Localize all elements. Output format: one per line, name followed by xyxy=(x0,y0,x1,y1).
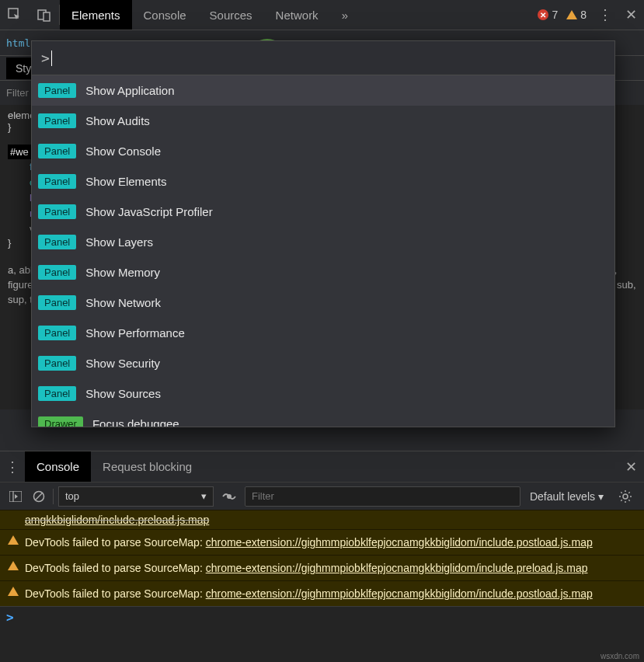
palette-item-label: Show Sources xyxy=(85,387,161,400)
svg-rect-2 xyxy=(44,12,50,21)
palette-category-pill: Drawer xyxy=(38,416,83,427)
palette-category-pill: Panel xyxy=(38,144,76,159)
palette-item[interactable]: PanelShow Layers xyxy=(32,227,614,257)
levels-value: Default levels xyxy=(530,490,595,503)
drawer-tab-request-blocking[interactable]: Request blocking xyxy=(91,451,204,482)
sourcemap-link[interactable]: chrome-extension://gighmmpiobklfepjocnam… xyxy=(206,536,593,549)
console-sidebar-toggle-icon[interactable] xyxy=(6,491,25,502)
console-settings-icon[interactable] xyxy=(613,490,638,503)
tab-console[interactable]: Console xyxy=(132,0,198,30)
palette-item[interactable]: PanelShow Network xyxy=(32,287,614,318)
palette-item[interactable]: PanelShow JavaScript Profiler xyxy=(32,197,614,227)
error-count-value: 7 xyxy=(552,9,558,21)
palette-item-label: Show Application xyxy=(85,84,174,97)
sourcemap-link[interactable]: amgkkbiglidom/include.preload.js.map xyxy=(25,514,209,526)
palette-item[interactable]: PanelShow Console xyxy=(32,136,614,166)
palette-category-pill: Panel xyxy=(38,386,76,401)
tab-network[interactable]: Network xyxy=(264,0,330,30)
sourcemap-link[interactable]: chrome-extension://gighmmpiobklfepjocnam… xyxy=(206,562,588,574)
svg-point-8 xyxy=(623,494,628,499)
error-count[interactable]: ✕ 7 xyxy=(534,9,561,21)
warning-icon xyxy=(566,10,577,19)
palette-item[interactable]: PanelShow Elements xyxy=(32,166,614,197)
warning-icon xyxy=(8,561,19,570)
drawer-menu[interactable]: ⋮ xyxy=(0,451,25,482)
palette-item-label: Focus debuggee xyxy=(92,417,179,427)
sourcemap-link[interactable]: chrome-extension://gighmmpiobklfepjocnam… xyxy=(206,587,593,600)
command-palette-list: PanelShow ApplicationPanelShow AuditsPan… xyxy=(32,75,614,427)
log-levels-select[interactable]: Default levels ▾ xyxy=(525,490,608,503)
drawer-tab-console[interactable]: Console xyxy=(25,451,91,482)
palette-item[interactable]: PanelShow Audits xyxy=(32,106,614,136)
tab-sources[interactable]: Sources xyxy=(198,0,264,30)
dropdown-caret-icon: ▾ xyxy=(201,490,207,502)
warning-count[interactable]: 8 xyxy=(563,9,590,21)
palette-item[interactable]: PanelShow Performance xyxy=(32,318,614,348)
inspect-element-icon[interactable] xyxy=(0,0,30,30)
palette-item[interactable]: PanelShow Application xyxy=(32,75,614,106)
palette-category-pill: Panel xyxy=(38,356,76,371)
dropdown-caret-icon: ▾ xyxy=(598,490,604,503)
command-palette-input[interactable] xyxy=(52,51,605,64)
palette-item[interactable]: DrawerFocus debuggee xyxy=(32,409,614,427)
command-palette: > PanelShow ApplicationPanelShow AuditsP… xyxy=(31,40,615,427)
palette-category-pill: Panel xyxy=(38,113,76,128)
svg-point-7 xyxy=(227,494,231,499)
clear-console-icon[interactable] xyxy=(30,490,48,503)
filter-label[interactable]: Filter xyxy=(6,87,29,99)
tabs-overflow[interactable]: » xyxy=(330,0,360,30)
console-warning: DevTools failed to parse SourceMap: chro… xyxy=(0,580,644,606)
warning-icon xyxy=(8,587,19,596)
live-expression-icon[interactable] xyxy=(218,491,240,502)
console-warning-truncated: amgkkbiglidom/include.preload.js.map xyxy=(0,510,644,529)
palette-item-label: Show JavaScript Profiler xyxy=(85,205,212,218)
palette-item[interactable]: PanelShow Security xyxy=(32,348,614,378)
command-palette-input-row: > xyxy=(32,41,614,75)
palette-item-label: Show Elements xyxy=(85,175,166,188)
warning-text: DevTools failed to parse SourceMap: xyxy=(25,536,206,549)
console-controls: top ▾ Default levels ▾ xyxy=(0,482,644,510)
palette-category-pill: Panel xyxy=(38,204,76,219)
palette-prompt-glyph: > xyxy=(41,50,50,66)
palette-item-label: Show Performance xyxy=(85,326,185,340)
corner-watermark: wsxdn.com xyxy=(600,652,639,660)
error-icon: ✕ xyxy=(538,9,548,20)
warning-count-value: 8 xyxy=(580,9,587,21)
svg-line-6 xyxy=(36,493,43,500)
palette-item-label: Show Audits xyxy=(85,114,150,127)
console-output: amgkkbiglidom/include.preload.js.map Dev… xyxy=(0,510,644,662)
palette-item-label: Show Security xyxy=(85,357,160,370)
palette-category-pill: Panel xyxy=(38,265,76,280)
panel-tabs: Elements Console Sources Network » xyxy=(60,0,360,30)
console-prompt[interactable]: > xyxy=(0,606,644,628)
status-counts[interactable]: ✕ 7 8 xyxy=(534,0,593,30)
console-filter-input[interactable] xyxy=(245,486,520,507)
palette-item[interactable]: PanelShow Sources xyxy=(32,378,614,409)
close-devtools[interactable]: ✕ xyxy=(618,0,644,30)
palette-category-pill: Panel xyxy=(38,235,76,249)
palette-item-label: Show Console xyxy=(85,145,161,158)
palette-category-pill: Panel xyxy=(38,174,76,189)
tab-elements[interactable]: Elements xyxy=(60,0,132,30)
drawer-tabbar: ⋮ Console Request blocking ✕ xyxy=(0,451,644,482)
palette-category-pill: Panel xyxy=(38,326,76,340)
console-warning: DevTools failed to parse SourceMap: chro… xyxy=(0,555,644,580)
palette-item-label: Show Layers xyxy=(85,235,153,249)
palette-category-pill: Panel xyxy=(38,295,76,310)
palette-item-label: Show Memory xyxy=(85,266,160,279)
warning-text: DevTools failed to parse SourceMap: xyxy=(25,562,206,574)
settings-menu[interactable]: ⋮ xyxy=(593,0,618,30)
palette-category-pill: Panel xyxy=(38,83,76,98)
context-value: top xyxy=(65,490,79,502)
console-warning: DevTools failed to parse SourceMap: chro… xyxy=(0,529,644,555)
warning-icon xyxy=(8,535,19,545)
warning-text: DevTools failed to parse SourceMap: xyxy=(25,587,206,600)
drawer-close[interactable]: ✕ xyxy=(618,451,644,482)
device-toolbar-icon[interactable] xyxy=(30,0,59,30)
devtools-topbar: Elements Console Sources Network » ✕ 7 8… xyxy=(0,0,644,30)
execution-context-select[interactable]: top ▾ xyxy=(58,486,214,507)
palette-item[interactable]: PanelShow Memory xyxy=(32,257,614,287)
palette-item-label: Show Network xyxy=(85,296,161,309)
